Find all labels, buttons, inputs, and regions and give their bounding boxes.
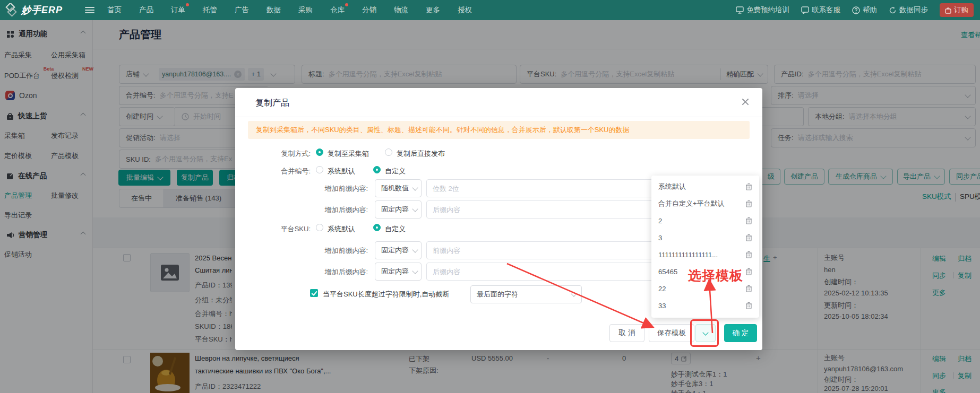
radio-merge-custom[interactable] [373,166,381,173]
template-option[interactable]: 系统默认 [651,178,759,195]
topnav: 首页 产品 订单 托管 广告 数据 采购 仓库 分销 物流 更多 授权 [107,5,472,15]
logo[interactable]: 妙手ERP [4,3,63,17]
training-icon [736,6,744,14]
hamburger-menu-icon[interactable] [85,7,94,13]
nav-distribution[interactable]: 分销 [362,5,376,15]
help-icon [852,6,860,14]
nav-data[interactable]: 数据 [267,5,281,15]
radio-platform-default-label[interactable]: 系统默认 [328,224,355,234]
nav-warehouse[interactable]: 仓库 [330,5,345,15]
radio-copy-publish[interactable] [385,149,392,156]
warning-banner: 复制到采集箱后，不同SKU的类目、属性、标题、描述可能不同。针对不同的信息，合并… [248,121,750,139]
bag-icon [945,7,951,14]
nav-order[interactable]: 订单 [171,5,185,15]
topbar-right: 免费预约培训 联系客服 帮助 数据同步 订购 [736,0,974,20]
free-training-link[interactable]: 免费预约培训 [736,5,789,15]
platform-suffix-type-select[interactable]: 固定内容 [375,263,422,281]
radio-copy-to-box[interactable] [316,149,323,156]
data-sync-link[interactable]: 数据同步 [889,5,928,15]
divider [235,117,762,117]
logo-diamond-icon [4,3,18,17]
help-link[interactable]: 帮助 [852,5,877,15]
radio-copy-to-box-label[interactable]: 复制至采集箱 [328,149,369,159]
nav-product[interactable]: 产品 [139,5,153,15]
annotation-arrows [478,249,775,361]
radio-merge-custom-label[interactable]: 自定义 [385,167,406,176]
contact-support-link[interactable]: 联系客服 [801,5,840,15]
nav-logistics[interactable]: 物流 [394,5,408,15]
topbar: 妙手ERP 首页 产品 订单 托管 广告 数据 采购 仓库 分销 物流 更多 授… [0,0,980,20]
nav-authorize[interactable]: 授权 [458,5,472,15]
nav-more[interactable]: 更多 [426,5,440,15]
trash-icon[interactable] [745,234,752,241]
template-option[interactable]: 3 [651,229,759,246]
merge-suffix-type-select[interactable]: 固定内容 [375,200,422,219]
radio-platform-default[interactable] [316,224,323,231]
notification-dot [186,3,189,6]
logo-text: 妙手ERP [21,4,63,16]
radio-merge-default-label[interactable]: 系统默认 [328,167,355,176]
order-button[interactable]: 订购 [940,3,974,17]
copy-mode-label: 复制方式: [247,149,311,159]
truncate-label: 当平台SKU长度超过字符限制时,自动截断 [323,290,449,299]
close-icon[interactable] [741,98,750,106]
trash-icon[interactable] [745,183,752,190]
radio-merge-default[interactable] [316,166,323,173]
radio-platform-custom-label[interactable]: 自定义 [385,224,406,234]
prefix-label: 增加前缀内容: [304,184,368,194]
app-screen: 妙手ERP 首页 产品 订单 托管 广告 数据 采购 仓库 分销 物流 更多 授… [0,0,980,393]
nav-trusteeship[interactable]: 托管 [203,5,217,15]
nav-ads[interactable]: 广告 [235,5,249,15]
radio-copy-publish-label[interactable]: 复制后直接发布 [397,149,445,159]
prefix-label: 增加前缀内容: [304,246,368,256]
trash-icon[interactable] [745,200,752,207]
nav-purchase[interactable]: 采购 [298,5,313,15]
support-icon [801,6,809,14]
merge-prefix-type-select[interactable]: 随机数值 [375,179,422,197]
sync-icon [889,6,897,14]
nav-home[interactable]: 首页 [107,5,122,15]
trash-icon[interactable] [745,217,752,224]
notification-dot [345,3,348,6]
template-option[interactable]: 2 [651,212,759,229]
platform-prefix-type-select[interactable]: 固定内容 [375,241,422,259]
merge-label: 合并编号: [247,167,311,176]
radio-platform-custom[interactable] [373,224,381,231]
suffix-label: 增加后缀内容: [304,205,368,215]
modal-title: 复制产品 [255,98,289,109]
suffix-label: 增加后缀内容: [304,267,368,277]
truncate-checkbox[interactable] [310,289,318,297]
template-option[interactable]: 合并自定义+平台默认 [651,195,759,212]
platform-sku-label: 平台SKU: [247,224,311,234]
